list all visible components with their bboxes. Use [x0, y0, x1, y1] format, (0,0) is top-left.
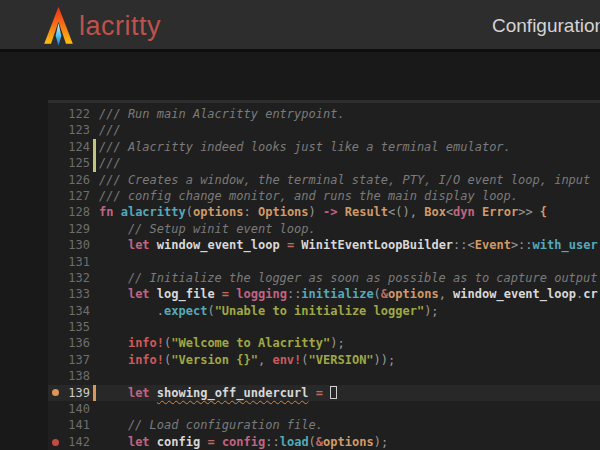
code-token [150, 386, 157, 400]
code-token [99, 353, 128, 367]
line-number: 127 [62, 188, 90, 204]
code-line: 126/// Creates a window, the terminal st… [48, 172, 600, 188]
code-token: "Welcome to Alacritty" [171, 336, 330, 350]
code-token: Box [424, 205, 446, 219]
code-token: "Unable to initialize logger" [215, 304, 425, 318]
code-token: ( [301, 353, 308, 367]
line-number: 138 [62, 368, 90, 384]
code-line: 142 let config = config::load(&options); [48, 434, 600, 450]
line-number: 125 [62, 155, 90, 171]
code-token: options [388, 287, 439, 301]
code-token [215, 287, 222, 301]
line-number: 136 [62, 335, 90, 351]
code-token: , [439, 287, 453, 301]
code-text: .expect("Unable to initialize logger"); [99, 303, 600, 319]
line-number: 124 [62, 139, 90, 155]
code-token: ( [309, 435, 316, 449]
code-token: let [128, 287, 150, 301]
code-text: /// Creates a window, the terminal state… [99, 172, 600, 188]
code-token: /// [99, 156, 121, 170]
code-token: expect [164, 304, 207, 318]
gutter-diagnostic-cell [48, 352, 62, 368]
gutter-diagnostic-cell [48, 122, 62, 138]
code-line: 136 info!("Welcome to Alacritty"); [48, 335, 600, 351]
code-token: info! [128, 353, 164, 367]
code-line: 135 [48, 319, 600, 335]
code-text: info!("Welcome to Alacritty"); [99, 335, 600, 351]
gutter-git-cell [90, 221, 99, 237]
code-token [475, 205, 482, 219]
gutter-git-cell [90, 417, 99, 433]
code-token: Error [482, 205, 518, 219]
code-token: config [222, 435, 265, 449]
code-text: fn alacritty(options: Options) -> Result… [99, 204, 600, 220]
gutter-diagnostic-cell [48, 286, 62, 302]
code-token: // Initialize the logger as soon as poss… [99, 271, 598, 285]
code-text [99, 368, 600, 384]
code-token: window_event_loop [453, 287, 576, 301]
code-token: options [193, 205, 244, 219]
warning-dot-icon [52, 389, 59, 396]
gutter-git-cell [90, 335, 99, 351]
line-number: 129 [62, 221, 90, 237]
code-token: initialize [301, 287, 373, 301]
code-token: ); [374, 435, 388, 449]
code-token [150, 238, 157, 252]
line-number: 130 [62, 237, 90, 253]
gutter-git-cell [90, 204, 99, 220]
code-token: -> [323, 205, 337, 219]
gutter-diagnostic-cell [48, 303, 62, 319]
code-token: = [207, 435, 214, 449]
code-token: info! [128, 336, 164, 350]
code-text: /// [99, 155, 600, 171]
gutter-git-cell [90, 155, 99, 171]
code-line: 140 [48, 401, 600, 417]
code-token: WinitEventLoopBuilder [301, 238, 453, 252]
line-number: 132 [62, 270, 90, 286]
code-text: /// config change monitor, and runs the … [99, 188, 600, 204]
line-number: 142 [62, 434, 90, 450]
gutter-git-cell [90, 434, 99, 450]
code-token [150, 287, 157, 301]
gutter-git-cell [90, 106, 99, 122]
alacritty-logo-icon [40, 6, 77, 46]
code-text: let window_event_loop = WinitEventLoopBu… [99, 237, 600, 253]
code-token: ::< [453, 238, 475, 252]
line-number: 122 [62, 106, 90, 122]
git-change-bar [93, 385, 96, 401]
brand-link[interactable]: lacritty [40, 6, 161, 46]
line-number: 123 [62, 122, 90, 138]
code-line: 138 [48, 368, 600, 384]
line-number: 128 [62, 204, 90, 220]
gutter-git-cell [90, 188, 99, 204]
gutter-git-cell [90, 368, 99, 384]
code-token: <(), [388, 205, 424, 219]
code-token: /// Run main Alacritty entrypoint. [99, 107, 345, 121]
code-token: ); [424, 304, 438, 318]
code-line: 137 info!("Version {}", env!("VERSION"))… [48, 352, 600, 368]
code-token: "Version {}" [171, 353, 258, 367]
nav-item-configuration[interactable]: Configuration [492, 0, 600, 52]
gutter-git-cell [90, 139, 99, 155]
code-text: info!("Version {}", env!("VERSION")); [99, 352, 600, 368]
code-token: : [244, 205, 258, 219]
code-token: )); [374, 353, 396, 367]
code-token: :: [287, 287, 301, 301]
code-token: /// Creates a window, the terminal state… [99, 173, 590, 187]
code-token: Event [475, 238, 511, 252]
code-token: { [540, 205, 547, 219]
code-text: /// Run main Alacritty entrypoint. [99, 106, 600, 122]
code-line: 122/// Run main Alacritty entrypoint. [48, 106, 600, 122]
gutter-diagnostic-cell [48, 417, 62, 433]
code-token: , [258, 353, 272, 367]
error-dot-icon [52, 439, 59, 446]
code-token: let [128, 435, 150, 449]
gutter-diagnostic-cell [48, 254, 62, 270]
code-line: 127/// config change monitor, and runs t… [48, 188, 600, 204]
gutter-git-cell [90, 303, 99, 319]
line-number: 131 [62, 254, 90, 270]
line-number: 139 [62, 385, 90, 401]
git-change-bar [93, 155, 96, 171]
code-token: // Load configuration file. [99, 418, 323, 432]
code-token: ) [309, 205, 323, 219]
